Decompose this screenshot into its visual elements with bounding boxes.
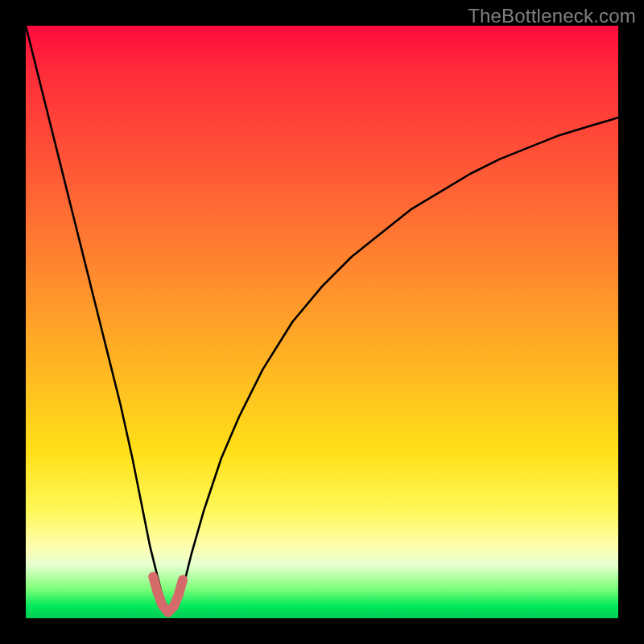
optimal-zone-highlight [153,576,183,612]
bottleneck-curve [26,26,618,613]
curve-svg [26,26,618,618]
chart-frame: TheBottleneck.com [0,0,644,644]
watermark-text: TheBottleneck.com [468,5,636,27]
plot-area [26,26,618,618]
